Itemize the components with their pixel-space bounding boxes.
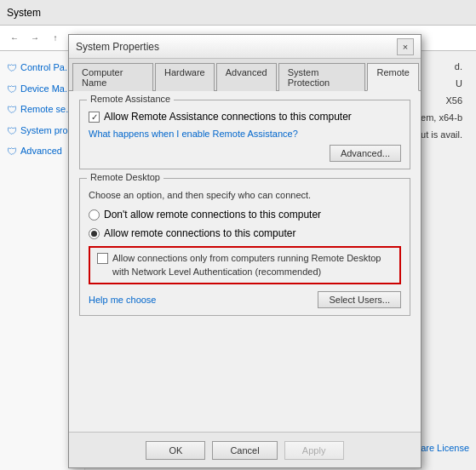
tab-system-protection[interactable]: System Protection — [278, 63, 366, 91]
remote-desktop-description: Choose an option, and then specify who c… — [89, 189, 401, 202]
nla-label: Allow connections only from computers ru… — [112, 252, 393, 278]
remote-assistance-group: Remote Assistance Allow Remote Assistanc… — [79, 100, 410, 169]
cancel-button[interactable]: Cancel — [212, 441, 277, 460]
radio-allow-connections[interactable] — [89, 228, 100, 239]
dialog-tabs: Computer Name Hardware Advanced System P… — [69, 59, 421, 91]
sidebar-icon-0: 🛡 — [7, 62, 17, 76]
remote-assistance-content: Allow Remote Assistance connections to t… — [89, 107, 401, 162]
apply-button[interactable]: Apply — [284, 441, 344, 460]
sidebar-icon-3: 🛡 — [7, 125, 17, 139]
tab-hardware[interactable]: Hardware — [155, 63, 215, 91]
dialog-titlebar: System Properties × — [69, 35, 421, 59]
sidebar-label-4: Advanced — [20, 145, 62, 157]
radio-allow-connections-label: Allow remote connections to this compute… — [104, 227, 295, 239]
sidebar-icon-4: 🛡 — [7, 146, 17, 159]
remote-desktop-group: Remote Desktop Choose an option, and the… — [79, 178, 410, 316]
tab-advanced[interactable]: Advanced — [216, 63, 277, 91]
dialog-content: Remote Assistance Allow Remote Assistanc… — [69, 91, 421, 333]
sidebar-label-2: Remote se... — [20, 103, 73, 115]
remote-desktop-label: Remote Desktop — [87, 172, 163, 182]
radio-row-no-connections: Don't allow remote connections to this c… — [89, 209, 401, 221]
radio-no-connections-label: Don't allow remote connections to this c… — [104, 209, 321, 221]
tab-remote[interactable]: Remote — [367, 63, 419, 91]
forward-button[interactable]: → — [27, 31, 43, 46]
sidebar-label-0: Control Pa... — [20, 61, 72, 73]
advanced-btn-container: Advanced... — [89, 145, 401, 162]
dialog-close-button[interactable]: × — [397, 38, 414, 55]
remote-assistance-link[interactable]: What happens when I enable Remote Assist… — [89, 129, 298, 139]
select-users-button[interactable]: Select Users... — [318, 291, 401, 308]
sidebar-icon-1: 🛡 — [7, 83, 17, 97]
advanced-button[interactable]: Advanced... — [330, 145, 401, 162]
up-button[interactable]: ↑ — [48, 31, 63, 46]
remote-desktop-content: Choose an option, and then specify who c… — [89, 186, 401, 308]
ok-button[interactable]: OK — [146, 441, 205, 460]
back-button[interactable]: ← — [7, 31, 22, 46]
bg-titlebar: System — [0, 0, 476, 26]
radio-row-allow-connections: Allow remote connections to this compute… — [89, 227, 401, 239]
nla-checkbox[interactable] — [97, 253, 108, 264]
help-me-choose-link[interactable]: Help me choose — [89, 295, 157, 305]
system-properties-dialog: System Properties × Computer Name Hardwa… — [68, 34, 422, 468]
radio-no-connections[interactable] — [89, 209, 100, 221]
dialog-footer: OK Cancel Apply — [69, 432, 421, 467]
right-line-6[interactable]: are License — [421, 443, 469, 453]
bg-title: System — [7, 7, 41, 19]
remote-assistance-checkbox[interactable] — [89, 112, 100, 123]
remote-assistance-checkbox-label: Allow Remote Assistance connections to t… — [104, 111, 352, 123]
nla-highlight-box: Allow connections only from computers ru… — [89, 246, 401, 284]
remote-assistance-checkbox-row: Allow Remote Assistance connections to t… — [89, 111, 401, 123]
sidebar-label-1: Device Ma... — [20, 83, 72, 95]
sidebar-icon-2: 🛡 — [7, 104, 17, 118]
tab-computer-name[interactable]: Computer Name — [72, 63, 153, 91]
dialog-title: System Properties — [76, 41, 159, 53]
remote-assistance-label: Remote Assistance — [87, 94, 174, 104]
